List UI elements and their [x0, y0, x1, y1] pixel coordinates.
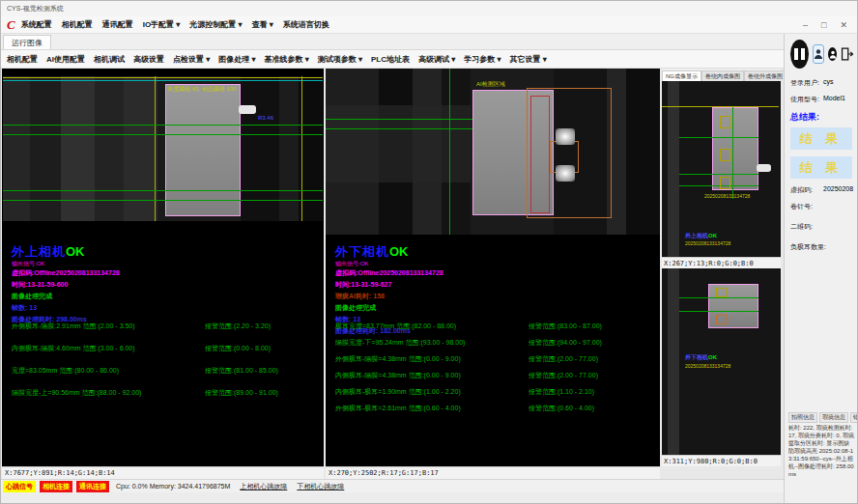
- lower-camera-fault-link[interactable]: 下相机心跳故障: [297, 482, 344, 491]
- time-label: 时间:13-31-59-600: [12, 279, 120, 291]
- small-view-code: 20250208133134728: [685, 240, 730, 246]
- tool-spotcheck-settings[interactable]: 点检设置 ▾: [173, 54, 210, 65]
- threshold-overlay-text: 灰度阈值:93, 动态阈值:100: [167, 85, 236, 94]
- right-view-tabs: NG成像显示 卷绕内成像图 卷绕外成像图: [662, 69, 781, 81]
- tool-camera-debug[interactable]: 相机调试: [94, 54, 125, 65]
- menu-language-switch[interactable]: 系统语言切换: [283, 19, 329, 30]
- alarm-range: 报警范围:(83.00 - 87.00): [529, 322, 602, 338]
- green-guide-vline: [449, 69, 450, 235]
- left-camera-panel[interactable]: R3.46 灰度阈值:93, 动态阈值:100 外上相机OK 输出信号: [2, 69, 324, 479]
- menu-system-config[interactable]: 系统配置: [21, 19, 52, 30]
- virtual-code-label: 虚拟码:Offline20250208133134728: [335, 267, 443, 279]
- tab-error-info[interactable]: 错误信息: [850, 412, 858, 423]
- virtual-code-value: 20250208: [823, 185, 853, 195]
- mid-camera-image[interactable]: AI检测区域: [326, 69, 660, 235]
- measurement-row: 极耳宽度=83.77mm 范围:(82.00 - 88.00) 报警范围:(83…: [335, 322, 602, 338]
- measurement-row: 内侧极耳-隔膜=4.38mm 范围:(0.00 - 9.00) 报警范围:(2.…: [335, 371, 602, 387]
- timing-info-text: 耗时: 222, 瑕疵检测耗时: 17, 瑕疵分类耗时: 0, 瑕疵提取分区耗时…: [788, 424, 854, 478]
- alarm-range: 报警范围:(2.00 - 77.00): [529, 371, 598, 387]
- user-circle-button[interactable]: [828, 47, 837, 61]
- menu-io-config[interactable]: IO手配置 ▾: [143, 19, 181, 30]
- minimize-icon[interactable]: –: [803, 20, 808, 30]
- measurement-row: 宽度=83.05mm 范围:(80.00 - 86.00) 报警范围:(81.0…: [12, 366, 278, 388]
- comm-connect-badge: 通讯连接: [76, 481, 109, 492]
- model-row: 使用型号: Model1: [790, 95, 854, 104]
- result-box-upper: 结 果: [790, 127, 852, 150]
- tab-defect-info[interactable]: 瑕疵信息: [819, 412, 848, 423]
- virtual-code-label: 虚拟码:Offline20250208133134728: [12, 267, 120, 279]
- camera-name-label: 外下相机: [335, 244, 389, 259]
- result-box-lower: 结 果: [790, 156, 852, 179]
- machine-column: [668, 268, 679, 455]
- pin-number-label: 卷针号:: [790, 202, 823, 211]
- upper-small-view[interactable]: 20250208133134728 外上相机OK 202502081331347…: [662, 81, 781, 257]
- info-tabs: 拍照信息 瑕疵信息 错误信息: [788, 412, 858, 423]
- pause-icon: [794, 48, 798, 60]
- menu-view[interactable]: 查看 ▾: [252, 19, 273, 30]
- tool-test-params[interactable]: 测试项参数 ▾: [318, 54, 362, 65]
- roi-box: [716, 288, 727, 297]
- exit-button[interactable]: [841, 46, 854, 62]
- lower-small-status: X:311;Y:980;R:0;G:0;B:0: [662, 455, 781, 466]
- measurement-row: 内侧极耳-隔膜:4.60mm 范围:(3.00 - 6.00) 报警范围:(0.…: [12, 344, 278, 366]
- lower-small-view[interactable]: 外下相机OK 20250208133134728: [662, 268, 781, 455]
- measurement-row: 外侧极耳-隔膜:2.91mm 范围:(2.00 - 3.50) 报警范围:(2.…: [12, 322, 278, 344]
- qr-code-row: 二维码:: [790, 222, 854, 232]
- alarm-range: 报警范围:(1.10 - 2.10): [529, 387, 594, 404]
- measurement-value: 外侧极耳-极耳=2.61mm 范围:(0.60 - 4.00): [335, 404, 529, 420]
- upper-small-status: X:267;Y:13;R:0;G:0;B:0: [662, 257, 781, 268]
- login-button[interactable]: [813, 44, 824, 64]
- menu-light-config[interactable]: 光源控制配置 ▾: [189, 19, 242, 30]
- yellow-top-line: [3, 77, 323, 78]
- tab-outer-image[interactable]: 卷绕外成像图: [744, 70, 786, 81]
- toolbar: 相机配置 AI使用配置 相机调试 高级设置 点检设置 ▾ 图像处理 ▾ 基准线参…: [1, 50, 784, 69]
- roi-box: [720, 177, 730, 189]
- right-view-column: NG成像显示 卷绕内成像图 卷绕外成像图: [662, 69, 781, 479]
- menu-camera-config[interactable]: 相机配置: [62, 19, 93, 30]
- frame-count-label: 帧数: 13: [12, 302, 120, 314]
- mid-camera-panel[interactable]: AI检测区域 外下相机OK 输出信号:OK 虚拟码:Offline2025020…: [326, 69, 660, 479]
- measure-line: [3, 125, 323, 126]
- tab-run-image[interactable]: 运行图像: [3, 35, 51, 49]
- measure-line: [679, 174, 758, 175]
- close-icon[interactable]: ✕: [840, 20, 847, 30]
- upper-camera-fault-link[interactable]: 上相机心跳故障: [240, 482, 287, 491]
- left-camera-info: 外上相机OK 输出信号:OK 虚拟码:Offline20250208133134…: [12, 242, 120, 325]
- login-user-label: 登录用户:: [790, 78, 823, 88]
- measurement-value: 宽度=83.05mm 范围:(80.00 - 86.00): [12, 366, 205, 388]
- tool-ai-config[interactable]: AI使用配置: [46, 54, 85, 65]
- processing-done-label: 图像处理完成: [12, 291, 120, 302]
- tab-photo-info[interactable]: 拍照信息: [788, 412, 817, 423]
- battery-cell: [165, 84, 241, 216]
- login-user-row: 登录用户: cys: [790, 78, 854, 88]
- tool-advanced-debug[interactable]: 高级调试 ▾: [418, 54, 455, 65]
- login-user-value: cys: [823, 78, 834, 88]
- measure-line: [679, 137, 758, 138]
- measurement-row: 外侧极耳-极耳=2.61mm 范围:(0.60 - 4.00) 报警范围:(0.…: [335, 404, 602, 420]
- tab-connector: [757, 164, 771, 172]
- tool-camera-config[interactable]: 相机配置: [7, 54, 38, 65]
- tab-inner-image[interactable]: 卷绕内成像图: [701, 70, 744, 81]
- tool-learning-params[interactable]: 学习参数 ▾: [464, 54, 500, 65]
- tool-baseline-params[interactable]: 基准线参数 ▾: [265, 54, 309, 65]
- app-logo-icon: C: [7, 17, 15, 33]
- roi-box: [720, 149, 730, 161]
- menu-comm-config[interactable]: 通讯配置: [102, 19, 133, 30]
- alarm-range: 报警范围:(2.00 - 77.00): [529, 354, 598, 371]
- maximize-icon[interactable]: □: [821, 20, 826, 30]
- measurement-value: 隔膜宽度-下=95.24mm 范围:(93.00 - 98.00): [335, 338, 529, 354]
- tool-image-processing[interactable]: 图像处理 ▾: [218, 54, 255, 65]
- alarm-range: 报警范围:(89.00 - 91.00): [205, 388, 278, 410]
- left-coord-status: X:7677;Y:891;R:14;G:14;B:14: [2, 466, 324, 479]
- small-view-result-label: OK: [708, 233, 717, 238]
- tool-plc-address[interactable]: PLC地址表: [371, 54, 410, 65]
- tool-other-settings[interactable]: 其它设置 ▾: [510, 54, 547, 65]
- tool-advanced-settings[interactable]: 高级设置: [133, 54, 164, 65]
- left-camera-image[interactable]: R3.46 灰度阈值:93, 动态阈值:100: [3, 76, 323, 221]
- pause-button[interactable]: [790, 40, 809, 69]
- measure-line: [3, 200, 323, 201]
- output-signal-label: 输出信号:OK: [335, 261, 443, 267]
- measure-line: [3, 190, 323, 191]
- tab-ng-image[interactable]: NG成像显示: [662, 70, 701, 81]
- tab-count-row: 负极耳数量:: [790, 242, 854, 252]
